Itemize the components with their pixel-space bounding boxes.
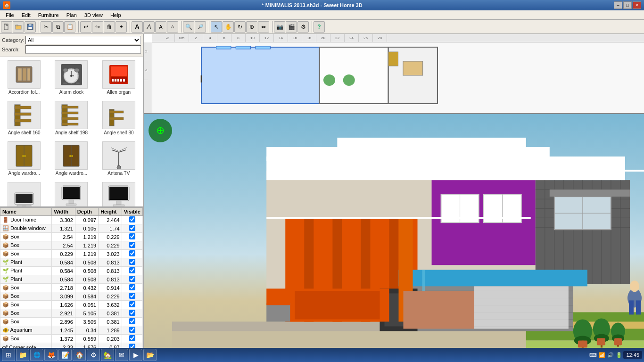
table-row[interactable]: 📦 Box2.541.2190.229 (0, 233, 143, 241)
delete-button[interactable]: 🗑 (104, 21, 115, 33)
col-header-visible[interactable]: Visible (122, 208, 142, 216)
save-button[interactable] (25, 21, 36, 33)
visible-checkbox[interactable] (129, 276, 135, 282)
visible-checkbox[interactable] (129, 335, 135, 341)
taskbar-sweethome[interactable]: 🏡 (101, 349, 114, 361)
furniture-item-accordion-fol[interactable]: Accordion fol... (1, 58, 47, 98)
taskbar-browser1[interactable]: 🌐 (30, 349, 43, 361)
menu-edit[interactable]: Edit (18, 11, 34, 19)
taskbar-sh3d[interactable]: 🏠 (73, 349, 86, 361)
furniture-item-angle-shelf-160[interactable]: Angle shelf 160 (1, 99, 47, 138)
visible-checkbox[interactable] (129, 267, 135, 273)
visible-checkbox[interactable] (129, 216, 135, 222)
row-visible[interactable] (122, 301, 142, 309)
video-button[interactable]: 🎬 (286, 21, 297, 33)
furniture-item-angle-shelf-198[interactable]: Angle shelf 198 (48, 99, 94, 138)
row-visible[interactable] (122, 241, 142, 250)
visible-checkbox[interactable] (129, 225, 135, 231)
row-visible[interactable] (122, 335, 142, 343)
visible-checkbox[interactable] (129, 233, 135, 239)
nav-compass[interactable]: ⊕ (149, 119, 172, 142)
table-row[interactable]: 📦 Box1.6260.0513.632 (0, 301, 143, 309)
visible-checkbox[interactable] (129, 310, 135, 316)
zoom-out-button[interactable]: 🔎 (195, 21, 206, 33)
col-header-name[interactable]: Name (0, 208, 52, 216)
table-row[interactable]: 🌱 Plant0.5840.5080.813 (0, 267, 143, 275)
furniture-item-antena-tv[interactable]: Antena TV (96, 139, 142, 179)
copy-button[interactable]: ⧉ (52, 21, 64, 33)
row-visible[interactable] (122, 326, 142, 335)
visible-checkbox[interactable] (129, 259, 135, 265)
col-header-height[interactable]: Height (99, 208, 122, 216)
row-visible[interactable] (122, 318, 142, 326)
add-furniture-button[interactable]: + (116, 21, 127, 33)
zoom-area-button[interactable]: ⊕ (246, 21, 257, 33)
measure-button[interactable]: ⇔ (258, 21, 269, 33)
row-visible[interactable] (122, 258, 142, 267)
visible-checkbox[interactable] (129, 318, 135, 324)
taskbar-docs[interactable]: 📝 (58, 349, 72, 361)
table-row[interactable]: 📦 Box3.0990.5840.229 (0, 292, 143, 301)
table-row[interactable]: 📦 Box2.541.2190.229 (0, 241, 143, 250)
new-button[interactable] (1, 21, 12, 33)
menu-help[interactable]: Help (107, 11, 125, 19)
text-a3-button[interactable]: A (155, 21, 166, 33)
visible-checkbox[interactable] (129, 301, 135, 307)
table-row[interactable]: 🚪 Door frame3.3020.0972.464 (0, 216, 143, 224)
undo-button[interactable]: ↩ (80, 21, 91, 33)
table-row[interactable]: 🌱 Plant0.5840.5080.813 (0, 275, 143, 284)
menu-furniture[interactable]: Furniture (34, 11, 63, 19)
photo-button[interactable]: 📷 (274, 21, 285, 33)
visible-checkbox[interactable] (129, 284, 135, 290)
text-a2-button[interactable]: A (143, 21, 155, 33)
furniture-item-angle-shelf-80[interactable]: Angle shelf 80 (96, 99, 142, 138)
text-a1-button[interactable]: A (132, 21, 143, 33)
paste-button[interactable]: 📋 (64, 21, 75, 33)
category-select[interactable]: All Bedroom Kitchen Living Room Bathroom (25, 36, 141, 44)
furniture-item-apple-imac-20[interactable]: Apple iMac 20... (96, 180, 142, 206)
table-row[interactable]: 📦 Box2.8963.5050.381 (0, 318, 143, 326)
table-row[interactable]: 📦 Box2.9215.1050.381 (0, 309, 143, 318)
taskbar-folder2[interactable]: 📂 (143, 349, 157, 361)
visible-checkbox[interactable] (129, 327, 135, 333)
furniture-item-angle-wardro-1[interactable]: Angle wardro... (1, 139, 47, 179)
open-button[interactable] (13, 21, 24, 33)
rotate-tool-button[interactable]: ↻ (234, 21, 246, 33)
row-visible[interactable] (122, 267, 142, 275)
taskbar-firefox[interactable]: 🦊 (44, 349, 58, 361)
row-visible[interactable] (122, 224, 142, 233)
row-visible[interactable] (122, 275, 142, 284)
taskbar-email[interactable]: ✉ (115, 349, 128, 361)
row-visible[interactable] (122, 216, 142, 224)
table-row[interactable]: 📦 Box1.3720.5590.203 (0, 335, 143, 343)
taskbar-media[interactable]: ▶ (129, 349, 142, 361)
pan-tool-button[interactable]: ✋ (223, 21, 234, 33)
row-visible[interactable] (122, 284, 142, 292)
col-header-width[interactable]: Width (52, 208, 75, 216)
preferences-button[interactable]: ⚙ (297, 21, 309, 33)
3d-view[interactable]: ⊕ (144, 114, 644, 348)
table-row[interactable]: 🛋 Corner sofa2.331.6760.87 (0, 343, 143, 348)
floor-plan[interactable]: -2 0m 2 4 6 8 10 12 14 16 18 20 22 24 26… (144, 34, 644, 114)
cut-button[interactable]: ✂ (41, 21, 52, 33)
minimize-button[interactable]: – (614, 1, 622, 9)
furniture-item-alarm-clock[interactable]: Alarm clock (48, 58, 94, 98)
zoom-in-button[interactable]: 🔍 (183, 21, 194, 33)
row-visible[interactable] (122, 233, 142, 241)
furniture-item-apple-ibook[interactable]: Apple iBook (1, 180, 47, 206)
col-header-depth[interactable]: Depth (75, 208, 98, 216)
start-button[interactable]: ⊞ (2, 349, 15, 361)
select-tool-button[interactable]: ↖ (211, 21, 222, 33)
row-visible[interactable] (122, 250, 142, 258)
furniture-item-apple-imac-19[interactable]: Apple iMac 19... (48, 180, 94, 206)
table-row[interactable]: 🐠 Aquarium1.2450.341.289 (0, 326, 143, 335)
menu-plan[interactable]: Plan (63, 11, 81, 19)
maximize-button[interactable]: □ (623, 1, 632, 9)
table-row[interactable]: 🌱 Plant0.5840.5080.813 (0, 258, 143, 267)
furniture-item-allen-organ[interactable]: Allen organ (96, 58, 142, 98)
table-row[interactable]: 🪟 Double window1.3210.1051.74 (0, 224, 143, 233)
taskbar-settings[interactable]: ⚙ (87, 349, 100, 361)
table-row[interactable]: 📦 Box0.2291.2193.023 (0, 250, 143, 258)
close-button[interactable]: ✕ (633, 1, 641, 9)
visible-checkbox[interactable] (129, 344, 135, 348)
